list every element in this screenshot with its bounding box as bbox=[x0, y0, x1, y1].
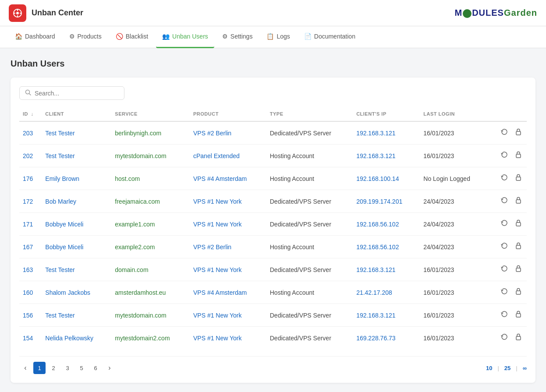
client-link[interactable]: Test Tester bbox=[45, 130, 74, 137]
cell-clients-ip: 192.168.3.121 bbox=[353, 304, 420, 327]
product-link[interactable]: VPS #4 Amsterdam bbox=[193, 289, 247, 296]
unban-button[interactable] bbox=[514, 309, 523, 321]
unban-button[interactable] bbox=[514, 195, 523, 207]
service-link[interactable]: domain.com bbox=[115, 266, 148, 273]
row-id-link[interactable]: 160 bbox=[23, 289, 33, 296]
ip-link[interactable]: 21.42.17.208 bbox=[356, 289, 392, 296]
row-id-link[interactable]: 154 bbox=[23, 335, 33, 342]
ip-link[interactable]: 192.168.100.14 bbox=[356, 175, 399, 182]
unban-button[interactable] bbox=[514, 150, 523, 162]
pagination: ‹ 1 2 3 5 6 › 10 | 25 | ∞ bbox=[19, 356, 527, 374]
product-link[interactable]: VPS #2 Berlin bbox=[193, 244, 231, 251]
service-link[interactable]: example2.com bbox=[115, 244, 155, 251]
unban-button[interactable] bbox=[514, 264, 523, 275]
row-id-link[interactable]: 156 bbox=[23, 312, 33, 319]
refresh-button[interactable] bbox=[500, 127, 509, 139]
refresh-button[interactable] bbox=[500, 264, 509, 275]
product-link[interactable]: VPS #1 New York bbox=[193, 198, 242, 205]
service-link[interactable]: mytestdomain2.com bbox=[115, 335, 170, 342]
row-id-link[interactable]: 202 bbox=[23, 152, 33, 159]
client-link[interactable]: Nelida Pelkowsky bbox=[45, 335, 93, 342]
refresh-button[interactable] bbox=[500, 195, 509, 207]
unban-button[interactable] bbox=[514, 332, 523, 344]
page-btn-3[interactable]: 3 bbox=[61, 362, 74, 374]
page-btn-1[interactable]: 1 bbox=[33, 362, 46, 374]
product-link[interactable]: VPS #1 New York bbox=[193, 312, 242, 319]
row-id-link[interactable]: 176 bbox=[23, 175, 33, 182]
row-id-link[interactable]: 163 bbox=[23, 266, 33, 273]
service-link[interactable]: mytestdomain.com bbox=[115, 152, 166, 159]
product-link[interactable]: VPS #1 New York bbox=[193, 221, 242, 228]
refresh-button[interactable] bbox=[500, 241, 509, 253]
ip-link[interactable]: 209.199.174.201 bbox=[356, 198, 402, 205]
client-link[interactable]: Test Tester bbox=[45, 266, 74, 273]
ip-link[interactable]: 192.168.56.102 bbox=[356, 221, 399, 228]
row-id-link[interactable]: 172 bbox=[23, 198, 33, 205]
client-link[interactable]: Emily Brown bbox=[45, 175, 79, 182]
refresh-button[interactable] bbox=[500, 309, 509, 321]
refresh-button[interactable] bbox=[500, 173, 509, 184]
cell-type: Dedicated/VPS Server bbox=[266, 327, 353, 350]
service-link[interactable]: amsterdamhost.eu bbox=[115, 289, 166, 296]
product-link[interactable]: VPS #1 New York bbox=[193, 335, 242, 342]
service-link[interactable]: example1.com bbox=[115, 221, 155, 228]
ip-link[interactable]: 192.168.3.121 bbox=[356, 152, 396, 159]
per-page-25[interactable]: 25 bbox=[504, 365, 511, 371]
refresh-button[interactable] bbox=[500, 332, 509, 344]
page-btn-5[interactable]: 5 bbox=[75, 362, 88, 374]
page-btn-2[interactable]: 2 bbox=[47, 362, 60, 374]
row-id-link[interactable]: 171 bbox=[23, 221, 33, 228]
product-link[interactable]: cPanel Extended bbox=[193, 152, 240, 159]
product-link[interactable]: VPS #4 Amsterdam bbox=[193, 175, 247, 182]
ip-link[interactable]: 192.168.3.121 bbox=[356, 130, 396, 137]
cell-service: host.com bbox=[111, 167, 190, 190]
ip-link[interactable]: 169.228.76.73 bbox=[356, 335, 396, 342]
app-logo-icon bbox=[9, 4, 26, 22]
cell-type: Hosting Account bbox=[266, 167, 353, 190]
row-id-link[interactable]: 203 bbox=[23, 130, 33, 137]
per-page-all[interactable]: ∞ bbox=[523, 365, 527, 371]
prev-page-button[interactable]: ‹ bbox=[19, 362, 32, 374]
nav-item-dashboard[interactable]: 🏠 Dashboard bbox=[9, 26, 61, 48]
cell-clients-ip: 192.168.100.14 bbox=[353, 167, 420, 190]
nav-item-logs[interactable]: 📋 Logs bbox=[260, 26, 296, 48]
cell-clients-ip: 169.228.76.73 bbox=[353, 327, 420, 350]
product-link[interactable]: VPS #1 New York bbox=[193, 266, 242, 273]
client-link[interactable]: Bob Marley bbox=[45, 198, 76, 205]
unban-button[interactable] bbox=[514, 173, 523, 184]
ip-link[interactable]: 192.168.3.121 bbox=[356, 266, 396, 273]
ip-link[interactable]: 192.168.56.102 bbox=[356, 244, 399, 251]
service-link[interactable]: freejamaica.com bbox=[115, 198, 160, 205]
client-link[interactable]: Bobbye Miceli bbox=[45, 244, 83, 251]
ip-link[interactable]: 192.168.3.121 bbox=[356, 312, 396, 319]
refresh-button[interactable] bbox=[500, 218, 509, 230]
client-link[interactable]: Test Tester bbox=[45, 152, 74, 159]
next-page-button[interactable]: › bbox=[103, 362, 116, 374]
unban-button[interactable] bbox=[514, 218, 523, 230]
service-link[interactable]: berlinbynigh.com bbox=[115, 130, 161, 137]
service-link[interactable]: mytestdomain.com bbox=[115, 312, 166, 319]
product-link[interactable]: VPS #2 Berlin bbox=[193, 130, 231, 137]
cell-service: mytestdomain2.com bbox=[111, 327, 190, 350]
col-header-clients-ip: CLIENT'S IP bbox=[353, 107, 420, 121]
refresh-button[interactable] bbox=[500, 150, 509, 162]
nav-item-products[interactable]: ⚙ Products bbox=[63, 26, 108, 48]
client-link[interactable]: Test Tester bbox=[45, 312, 74, 319]
search-input[interactable] bbox=[35, 90, 119, 97]
unban-button[interactable] bbox=[514, 127, 523, 139]
page-btn-6[interactable]: 6 bbox=[89, 362, 102, 374]
refresh-button[interactable] bbox=[500, 286, 509, 298]
client-link[interactable]: Shalom Jackobs bbox=[45, 289, 90, 296]
unban-button[interactable] bbox=[514, 286, 523, 298]
client-link[interactable]: Bobbye Miceli bbox=[45, 221, 83, 228]
nav-item-documentation[interactable]: 📄 Documentation bbox=[298, 26, 362, 48]
row-id-link[interactable]: 167 bbox=[23, 244, 33, 251]
unban-button[interactable] bbox=[514, 241, 523, 253]
service-link[interactable]: host.com bbox=[115, 175, 140, 182]
nav-item-settings[interactable]: ⚙ Settings bbox=[216, 26, 259, 48]
col-header-id[interactable]: ID ↓ bbox=[19, 107, 42, 121]
nav-item-unban-users[interactable]: 👥 Unban Users bbox=[156, 26, 214, 48]
per-page-10[interactable]: 10 bbox=[486, 365, 492, 371]
table-head: ID ↓ CLIENT SERVICE PRODUCT TYPE CLIENT'… bbox=[19, 107, 527, 121]
nav-item-blacklist[interactable]: 🚫 Blacklist bbox=[110, 26, 154, 48]
